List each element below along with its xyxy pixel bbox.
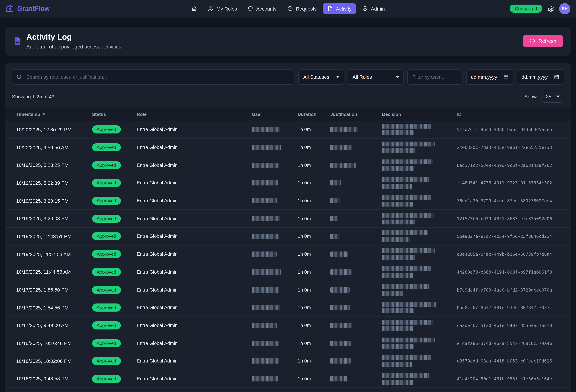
redacted-justification [330, 287, 350, 292]
column-header-id: ID [457, 112, 571, 117]
brand[interactable]: GrantFlow [6, 4, 187, 13]
cell-user [252, 198, 298, 203]
redacted-decision [382, 124, 431, 129]
date-from-input[interactable]: dd.mm.yyyy [466, 69, 514, 85]
refresh-button[interactable]: Refresh [523, 35, 563, 47]
cell-role: Entra Global Admin [137, 359, 252, 364]
redacted-user [252, 180, 278, 186]
cell-duration: 1h 0m [298, 216, 330, 221]
cell-role: Entra Global Admin [137, 305, 252, 310]
redacted-decision [382, 148, 415, 153]
redacted-user [252, 127, 280, 132]
nav-item-home[interactable] [187, 3, 202, 14]
cell-timestamp: 10/17/2025, 1:56:50 PM [5, 287, 92, 293]
cell-duration: 1h 0m [298, 376, 330, 381]
home-icon [191, 6, 197, 12]
role-filter-select[interactable]: All Roles [347, 69, 404, 85]
status-badge: Approved [92, 339, 121, 347]
table-row: 10/16/2025, 10:16:46 PM Approved Entra G… [5, 335, 571, 352]
cell-status: Approved [92, 215, 137, 223]
redacted-user [252, 198, 277, 203]
page-header: Activity Log Audit trail of all privileg… [5, 27, 571, 56]
status-filter-select[interactable]: All Statuses [298, 69, 344, 85]
nav-item-admin[interactable]: Admin [358, 3, 389, 14]
cell-status: Approved [92, 179, 137, 187]
page-size-control: Show: 25 [524, 91, 564, 103]
table-row: 10/20/2025, 9:56:50 AM Approved Entra Gl… [5, 139, 571, 156]
cell-status: Approved [92, 232, 137, 240]
cell-justification [330, 234, 382, 239]
redacted-user [252, 376, 278, 381]
cell-id: 5f2d7611-96c4-498b-babc-d436b4d5ace5 [457, 127, 571, 132]
nav-item-requests[interactable]: Requests [283, 3, 321, 14]
search-input[interactable] [12, 69, 295, 85]
primary-nav: My Roles Accounts Requests Activity Admi… [187, 3, 389, 14]
cell-role: Entra Global Admin [137, 198, 252, 203]
status-badge: Approved [92, 250, 121, 258]
role-filter-value: All Roles [352, 74, 372, 80]
page-size-select[interactable]: 25 [542, 91, 564, 103]
nav-item-activity[interactable]: Activity [323, 3, 356, 14]
cell-duration: 1h 0m [298, 340, 330, 346]
cell-duration: 1h 0m [298, 287, 330, 292]
table-body: 10/20/2025, 12:30:29 PM Approved Entra G… [5, 121, 571, 388]
status-badge: Approved [92, 268, 121, 276]
gear-icon[interactable] [547, 5, 554, 12]
redacted-decision [382, 344, 414, 349]
cell-duration: 1h 0m [298, 234, 330, 239]
cell-id: 76dd1a30-3729-4cdc-87ee-389278627ee4 [457, 198, 571, 203]
redacted-decision [382, 213, 434, 218]
date-to-input[interactable]: dd.mm.yyyy [517, 69, 564, 85]
cell-role: Entra Global Admin [137, 323, 252, 328]
chevron-down-icon [556, 96, 560, 98]
cell-status: Approved [92, 357, 137, 365]
redacted-decision [382, 380, 413, 385]
cell-timestamp: 10/19/2025, 5:23:25 PM [5, 162, 92, 168]
cell-user [252, 127, 298, 132]
cell-id: 41a4c204-50d1-46fb-953f-c1e36b5a164e [457, 376, 571, 381]
sort-desc-icon [43, 113, 46, 115]
redacted-decision [382, 195, 431, 200]
nav-item-accounts[interactable]: Accounts [243, 3, 281, 14]
cell-user [252, 287, 298, 292]
cell-decision [382, 177, 457, 189]
page-title: Activity Log [26, 32, 121, 42]
cell-decision [382, 141, 457, 153]
cell-status: Approved [92, 286, 137, 294]
cell-status: Approved [92, 339, 137, 347]
column-header-timestamp[interactable]: Timestamp [5, 112, 92, 117]
cell-justification [330, 216, 382, 221]
cell-timestamp: 10/19/2025, 3:29:15 PM [5, 198, 92, 203]
nav-item-my-roles[interactable]: My Roles [203, 3, 242, 14]
cell-user [252, 145, 298, 150]
calendar-icon [503, 74, 509, 80]
cell-justification [330, 180, 382, 186]
cell-role: Entra Global Admin [137, 127, 252, 132]
status-filter-value: All Statuses [303, 74, 329, 80]
status-badge: Approved [92, 232, 121, 240]
status-badge: Approved [92, 197, 121, 205]
table-row: 10/16/2025, 10:02:06 PM Approved Entra G… [5, 352, 571, 370]
cell-id: 5be9327a-97d7-4c54-9f56-23f8846cd224 [457, 234, 571, 239]
redacted-decision [382, 308, 414, 313]
calendar-icon [554, 74, 559, 80]
redacted-decision [382, 273, 413, 278]
search-field-wrap [12, 69, 295, 85]
cell-role: Entra Global Admin [137, 252, 252, 257]
cell-role: Entra Global Admin [137, 287, 252, 292]
cell-timestamp: 10/16/2025, 10:16:46 PM [5, 340, 92, 346]
redacted-justification [330, 180, 341, 186]
redacted-decision [382, 237, 410, 242]
cell-decision [382, 320, 457, 331]
cell-decision [382, 213, 457, 224]
column-header-status: Status [92, 112, 137, 117]
cell-user [252, 252, 298, 257]
redacted-justification [330, 216, 338, 221]
shield-check-icon [362, 6, 368, 12]
avatar[interactable]: SH [559, 3, 570, 14]
redacted-user [252, 163, 279, 168]
cell-id: b7a9de4f-a703-4ae0-bfd2-3729acdc070a [457, 287, 571, 292]
connection-status-badge: Connected [510, 4, 542, 13]
user-filter-input[interactable] [407, 69, 463, 85]
cell-timestamp: 10/16/2025, 9:48:58 PM [5, 376, 92, 382]
